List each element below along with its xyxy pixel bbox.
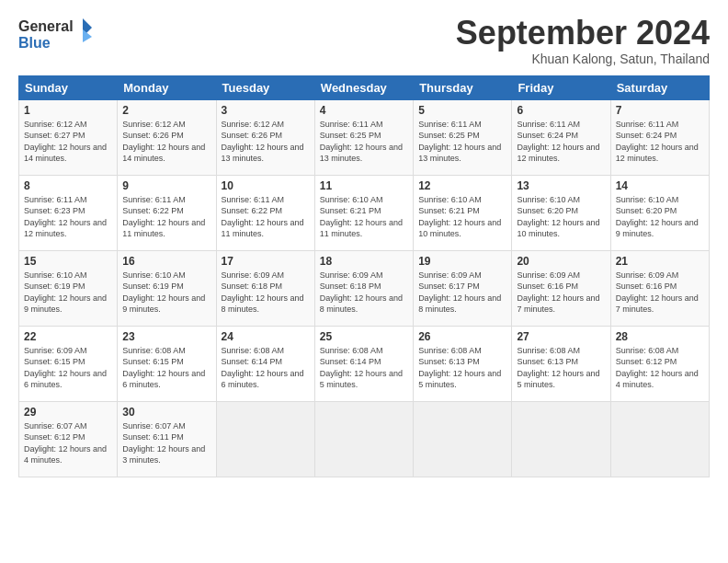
location: Khuan Kalong, Satun, Thailand [456, 52, 710, 66]
week-row-2: 8Sunrise: 6:11 AMSunset: 6:23 PMDaylight… [19, 175, 710, 250]
week-row-5: 29Sunrise: 6:07 AMSunset: 6:12 PMDayligh… [19, 401, 710, 477]
month-title: September 2024 [456, 15, 710, 52]
table-cell: 6Sunrise: 6:11 AMSunset: 6:24 PMDaylight… [512, 99, 610, 175]
table-cell: 12Sunrise: 6:10 AMSunset: 6:21 PMDayligh… [414, 175, 512, 250]
table-cell: 25Sunrise: 6:08 AMSunset: 6:14 PMDayligh… [314, 326, 413, 401]
week-row-1: 1Sunrise: 6:12 AMSunset: 6:27 PMDaylight… [19, 99, 710, 175]
col-friday: Friday [512, 75, 610, 99]
table-cell: 14Sunrise: 6:10 AMSunset: 6:20 PMDayligh… [610, 175, 709, 250]
table-cell: 4Sunrise: 6:11 AMSunset: 6:25 PMDaylight… [314, 99, 413, 175]
table-cell: 17Sunrise: 6:09 AMSunset: 6:18 PMDayligh… [216, 250, 314, 326]
logo-svg: General Blue [18, 15, 92, 52]
page: General Blue September 2024 Khuan Kalong… [0, 0, 728, 563]
table-cell: 7Sunrise: 6:11 AMSunset: 6:24 PMDaylight… [610, 99, 709, 175]
title-section: September 2024 Khuan Kalong, Satun, Thai… [456, 15, 710, 66]
col-sunday: Sunday [19, 75, 118, 99]
svg-text:Blue: Blue [18, 35, 51, 51]
table-cell: 19Sunrise: 6:09 AMSunset: 6:17 PMDayligh… [414, 250, 512, 326]
week-row-3: 15Sunrise: 6:10 AMSunset: 6:19 PMDayligh… [19, 250, 710, 326]
table-cell: 24Sunrise: 6:08 AMSunset: 6:14 PMDayligh… [216, 326, 314, 401]
table-cell [216, 401, 314, 477]
table-cell: 26Sunrise: 6:08 AMSunset: 6:13 PMDayligh… [414, 326, 512, 401]
week-row-4: 22Sunrise: 6:09 AMSunset: 6:15 PMDayligh… [19, 326, 710, 401]
col-monday: Monday [118, 75, 216, 99]
table-cell: 9Sunrise: 6:11 AMSunset: 6:22 PMDaylight… [118, 175, 216, 250]
table-cell: 18Sunrise: 6:09 AMSunset: 6:18 PMDayligh… [314, 250, 413, 326]
calendar-table: Sunday Monday Tuesday Wednesday Thursday… [18, 75, 710, 477]
svg-text:General: General [18, 18, 74, 34]
table-cell: 20Sunrise: 6:09 AMSunset: 6:16 PMDayligh… [512, 250, 610, 326]
table-cell: 15Sunrise: 6:10 AMSunset: 6:19 PMDayligh… [19, 250, 118, 326]
table-cell: 23Sunrise: 6:08 AMSunset: 6:15 PMDayligh… [118, 326, 216, 401]
table-cell: 8Sunrise: 6:11 AMSunset: 6:23 PMDaylight… [19, 175, 118, 250]
table-cell: 13Sunrise: 6:10 AMSunset: 6:20 PMDayligh… [512, 175, 610, 250]
table-cell [610, 401, 709, 477]
table-cell: 27Sunrise: 6:08 AMSunset: 6:13 PMDayligh… [512, 326, 610, 401]
col-tuesday: Tuesday [216, 75, 314, 99]
table-cell: 29Sunrise: 6:07 AMSunset: 6:12 PMDayligh… [19, 401, 118, 477]
col-saturday: Saturday [610, 75, 709, 99]
table-cell [414, 401, 512, 477]
table-cell: 1Sunrise: 6:12 AMSunset: 6:27 PMDaylight… [19, 99, 118, 175]
col-wednesday: Wednesday [314, 75, 413, 99]
logo: General Blue [18, 15, 92, 52]
col-thursday: Thursday [414, 75, 512, 99]
table-cell: 3Sunrise: 6:12 AMSunset: 6:26 PMDaylight… [216, 99, 314, 175]
table-cell: 22Sunrise: 6:09 AMSunset: 6:15 PMDayligh… [19, 326, 118, 401]
table-cell: 28Sunrise: 6:08 AMSunset: 6:12 PMDayligh… [610, 326, 709, 401]
table-cell: 10Sunrise: 6:11 AMSunset: 6:22 PMDayligh… [216, 175, 314, 250]
table-cell: 30Sunrise: 6:07 AMSunset: 6:11 PMDayligh… [118, 401, 216, 477]
table-cell: 11Sunrise: 6:10 AMSunset: 6:21 PMDayligh… [314, 175, 413, 250]
table-cell: 2Sunrise: 6:12 AMSunset: 6:26 PMDaylight… [118, 99, 216, 175]
table-cell: 21Sunrise: 6:09 AMSunset: 6:16 PMDayligh… [610, 250, 709, 326]
table-cell: 5Sunrise: 6:11 AMSunset: 6:25 PMDaylight… [414, 99, 512, 175]
table-cell [314, 401, 413, 477]
table-cell [512, 401, 610, 477]
table-cell: 16Sunrise: 6:10 AMSunset: 6:19 PMDayligh… [118, 250, 216, 326]
header: General Blue September 2024 Khuan Kalong… [18, 15, 710, 66]
